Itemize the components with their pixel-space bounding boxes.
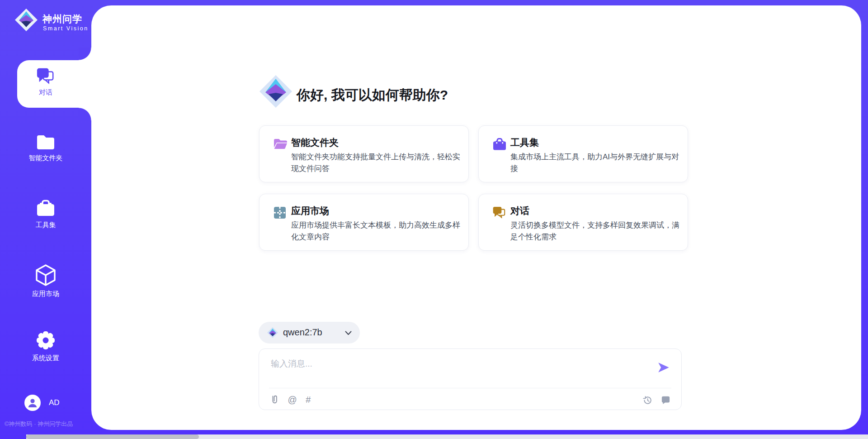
folder-open-icon [273,138,288,150]
composer-tools: @ # [270,394,317,406]
composer-divider [269,388,671,388]
sidebar-item-label: 系统设置 [0,354,91,363]
feedback-bubble-icon[interactable] [661,396,670,405]
card-title: 对话 [510,205,529,217]
chat-icon [492,206,506,219]
horizontal-scrollbar[interactable] [26,434,868,439]
message-input[interactable] [270,357,651,385]
chat-icon [36,67,55,85]
sidebar-item-app-market[interactable]: 应用市场 [0,264,91,298]
sidebar-item-smart-folder[interactable]: 智能文件夹 [0,134,91,162]
card-toolset[interactable]: 工具集 集成市场上主流工具，助力AI与外界无缝扩展与对接 [478,125,688,182]
person-icon [26,396,39,409]
model-selector[interactable]: qwen2:7b [259,322,360,344]
toolbox-icon [36,200,56,218]
card-description: 应用市场提供丰富长文本模板，助力高效生成多样化文章内容 [291,220,464,243]
composer-right-tools [636,395,670,406]
scrollbar-thumb[interactable] [26,434,199,439]
folder-icon [36,134,56,151]
composer: @ # [259,348,682,410]
sidebar-item-label: 工具集 [0,221,91,229]
mention-icon[interactable]: @ [288,395,297,405]
sidebar-item-chat[interactable]: 对话 [0,67,91,97]
card-description: 智能文件夹功能支持批量文件上传与清洗，轻松实现文件问答 [291,151,464,175]
card-smart-folder[interactable]: 智能文件夹 智能文件夹功能支持批量文件上传与清洗，轻松实现文件问答 [259,125,469,182]
hashtag-icon[interactable]: # [306,395,311,405]
card-title: 智能文件夹 [291,136,339,149]
copyright-footer: ©神州数码 · 神州问学出品 [5,420,73,428]
active-tab-curve-bottom [79,108,91,120]
chevron-down-icon [345,331,352,335]
sidebar-item-settings[interactable]: 系统设置 [0,330,91,363]
greeting-logo-diamond-icon [259,74,293,109]
sidebar: 神州问学 Smart Vision 对话 智能文件夹 [0,0,91,439]
grid-icon [273,206,287,220]
card-chat[interactable]: 对话 灵活切换多模型文件，支持多样回复效果调试，满足个性化需求 [478,194,688,251]
user-row[interactable]: AD [0,393,91,413]
user-name: AD [49,398,60,407]
brand-subtitle: Smart Vision [43,25,89,32]
brand-title: 神州问学 [42,13,82,25]
app-root: 神州问学 Smart Vision 对话 智能文件夹 [0,0,868,439]
active-tab-curve-top [79,48,91,60]
sidebar-item-label: 应用市场 [0,290,91,298]
avatar[interactable] [24,395,41,411]
history-icon[interactable] [642,395,653,406]
gear-icon [35,330,56,351]
brand: 神州问学 Smart Vision [0,0,91,50]
sidebar-item-label: 智能文件夹 [0,154,91,162]
card-app-market[interactable]: 应用市场 应用市场提供丰富长文本模板，助力高效生成多样化文章内容 [259,194,469,251]
model-name: qwen2:7b [283,327,322,338]
card-description: 灵活切换多模型文件，支持多样回复效果调试，满足个性化需求 [510,220,683,243]
sidebar-item-toolset[interactable]: 工具集 [0,200,91,229]
card-title: 应用市场 [291,205,329,217]
brand-logo-diamond-icon [14,8,38,32]
greeting-text: 你好, 我可以如何帮助你? [297,86,448,105]
model-logo-diamond-icon [267,327,278,339]
send-icon[interactable] [657,361,670,374]
briefcase-icon [492,138,507,151]
sidebar-item-label: 对话 [0,88,91,97]
attachment-icon[interactable] [270,394,279,405]
cube-icon [35,264,56,286]
card-title: 工具集 [510,136,539,149]
card-description: 集成市场上主流工具，助力AI与外界无缝扩展与对接 [510,151,683,175]
